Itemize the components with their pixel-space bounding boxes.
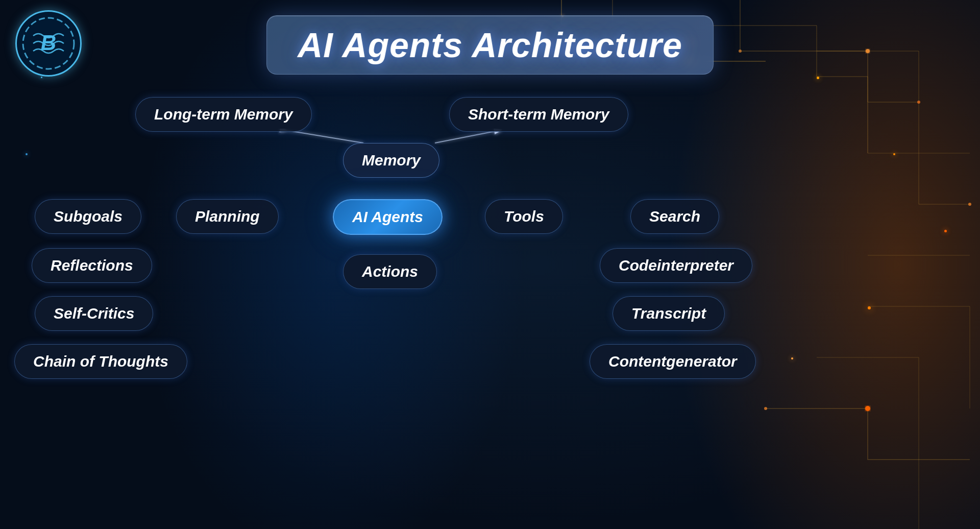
node-tools: Tools bbox=[485, 199, 563, 234]
node-memory: Memory bbox=[343, 143, 439, 178]
spark-8 bbox=[791, 357, 793, 359]
spark-6 bbox=[944, 230, 947, 232]
node-transcript: Transcript bbox=[612, 296, 725, 331]
spark-5 bbox=[893, 153, 895, 155]
page-title: AI Agents Architecture bbox=[298, 25, 682, 65]
logo: B bbox=[15, 10, 82, 77]
svg-text:B: B bbox=[41, 31, 56, 55]
node-planning: Planning bbox=[176, 199, 279, 234]
node-codeinterpreter: Codeinterpreter bbox=[600, 248, 752, 283]
spark-7 bbox=[868, 306, 871, 309]
node-actions: Actions bbox=[343, 254, 437, 289]
node-contentgenerator: Contentgenerator bbox=[590, 344, 756, 379]
node-short-term-memory: Short-term Memory bbox=[449, 97, 628, 132]
node-reflections: Reflections bbox=[32, 248, 152, 283]
page-title-container: AI Agents Architecture bbox=[266, 15, 714, 75]
spark-10 bbox=[41, 77, 42, 78]
node-chain-of-thoughts: Chain of Thoughts bbox=[14, 344, 187, 379]
node-subgoals: Subgoals bbox=[35, 199, 141, 234]
node-long-term-memory: Long-term Memory bbox=[135, 97, 312, 132]
node-ai-agents: AI Agents bbox=[333, 199, 443, 235]
logo-circle: B bbox=[15, 10, 82, 77]
spark-9 bbox=[26, 153, 28, 155]
node-self-critics: Self-Critics bbox=[35, 296, 153, 331]
node-search: Search bbox=[630, 199, 719, 234]
spark-4 bbox=[817, 77, 819, 79]
glow-center bbox=[102, 0, 561, 529]
